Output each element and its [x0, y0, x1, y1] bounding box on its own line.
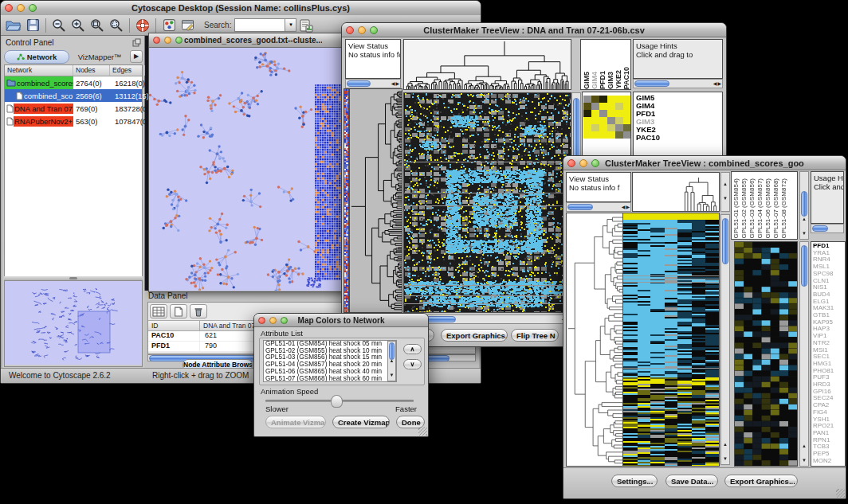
export-graphics--button[interactable]: Export Graphics... [724, 475, 798, 487]
search-combobox[interactable]: ▼ [234, 18, 296, 32]
vizmapper-button[interactable] [159, 18, 179, 33]
attribute-item[interactable]: GPL51-07 (GSM868) heat shock 60 min [265, 376, 396, 382]
column-header[interactable]: ID [148, 321, 200, 330]
move-up-button[interactable]: ∧ [403, 344, 422, 354]
tab-network[interactable]: Network [4, 50, 69, 64]
slower-label: Slower [265, 404, 289, 413]
column-label[interactable]: GPL51-07 (GSM868) [772, 178, 780, 239]
more-tabs-button[interactable]: ▶ [130, 50, 143, 63]
close-icon[interactable] [5, 4, 13, 12]
column-label[interactable]: GPL51-01 (GSM854) [732, 178, 740, 239]
column-label[interactable]: YKE2 [614, 70, 622, 89]
treeview2-titlebar[interactable]: ClusterMaker TreeView : combined_scores_… [563, 156, 846, 170]
zoom-window-icon[interactable] [175, 37, 183, 44]
column-label[interactable]: GPL51-03 (GSM856) [748, 178, 756, 239]
column-label[interactable]: GIM3 [607, 72, 614, 89]
column-label[interactable]: GIM4 [591, 72, 599, 89]
column-label[interactable]: GPL51-08 (GSM872) [780, 178, 788, 239]
tv2-hints-hscroll[interactable] [811, 224, 844, 233]
close-icon[interactable] [153, 37, 160, 44]
create-vizmap-button[interactable]: Create Vizmap [332, 416, 390, 428]
gene-label[interactable]: PAC10 [636, 134, 722, 142]
network-row[interactable]: combined_scores2764(0)16218(0) [5, 76, 142, 89]
network-frame-titlebar[interactable]: combined_scores_good.txt--cluste... [149, 33, 346, 48]
column-label[interactable]: PFD1 [599, 71, 607, 89]
close-icon[interactable] [346, 26, 354, 34]
zoom-window-icon[interactable] [29, 4, 37, 12]
zoom-window-icon[interactable] [281, 317, 288, 324]
zoom-out-button[interactable] [49, 18, 69, 33]
save-data--button[interactable]: Save Data... [665, 475, 718, 487]
attribute-table-button[interactable] [150, 304, 167, 318]
tv1-row-dendrogram[interactable] [349, 88, 402, 313]
zoom-window-icon[interactable] [370, 26, 378, 34]
zoom-window-icon[interactable] [591, 159, 599, 167]
tv2-vscroll[interactable]: ▲▼ [720, 214, 730, 465]
move-down-button[interactable]: ∨ [403, 359, 422, 369]
tv1-status-hscroll[interactable]: ◀▶ [345, 79, 401, 88]
network-canvas[interactable] [149, 48, 344, 291]
network-overview[interactable] [4, 280, 143, 367]
attribute-list-vscroll[interactable]: ▲▼ [387, 341, 396, 381]
float-panel-icon[interactable] [132, 36, 141, 50]
zoom-fit-button[interactable] [88, 18, 107, 33]
gene-label[interactable]: MON2 [813, 458, 845, 465]
zoom-in-button[interactable] [69, 18, 88, 33]
network-row[interactable]: RNAPuberNov2+563(0)107847(0) [5, 115, 142, 127]
animate-vizmap-button[interactable]: Animate Vizmap [265, 416, 326, 428]
column-header[interactable]: Nodes [73, 65, 110, 76]
flip-tree-n-button[interactable]: Flip Tree N [511, 329, 559, 342]
resize-grip[interactable] [836, 489, 845, 498]
minimize-icon[interactable] [579, 159, 587, 167]
minimize-icon[interactable] [358, 26, 366, 34]
close-icon[interactable] [567, 159, 575, 167]
column-label[interactable]: GIM5 [583, 72, 591, 89]
zoom-selected-button[interactable] [107, 18, 126, 33]
close-icon[interactable] [258, 317, 265, 324]
tv2-heatmap[interactable] [622, 213, 720, 467]
animation-speed-label: Animation Speed [261, 387, 318, 396]
network-name: combined_scores [16, 78, 73, 88]
tv2-status-hscroll[interactable]: ◀▶ [566, 202, 631, 212]
tv2-zoom-panel[interactable] [734, 241, 798, 467]
network-row[interactable]: DNA and Tran 07769(0)183728(0) [5, 102, 142, 115]
report-button[interactable] [296, 18, 316, 33]
column-label[interactable]: GPL51-04 (GSM857) [756, 178, 764, 239]
overview-canvas[interactable] [5, 281, 142, 365]
search-input[interactable] [234, 18, 285, 32]
annotation-button[interactable] [179, 18, 198, 33]
minimize-icon[interactable] [269, 317, 277, 324]
column-label[interactable]: PAC10 [622, 67, 630, 89]
tv1-heatmap[interactable] [403, 92, 571, 313]
tv2-genes-vscroll[interactable]: ▲▼ [799, 241, 809, 467]
new-attribute-button[interactable] [170, 304, 187, 318]
tv1-hints-hscroll[interactable]: ◀▶ [633, 79, 723, 88]
minimize-icon[interactable] [164, 37, 171, 44]
tv1-global-strip[interactable] [344, 88, 349, 313]
network-icon [17, 53, 25, 61]
tv2-top-vscroll[interactable]: ▲▼ [720, 172, 730, 212]
help-lifebuoy-button[interactable] [133, 18, 152, 33]
open-folder-button[interactable] [4, 18, 23, 33]
column-label[interactable]: GPL51-06 (GSM865) [764, 178, 772, 239]
settings--button[interactable]: Settings... [611, 475, 658, 487]
done-button[interactable]: Done [396, 416, 425, 428]
delete-attribute-button[interactable] [190, 304, 207, 318]
minimize-icon[interactable] [17, 4, 25, 12]
main-titlebar[interactable]: Cytoscape Desktop (Session Name: collins… [1, 1, 481, 16]
animation-slider-thumb[interactable] [331, 395, 343, 408]
dialog-titlebar[interactable]: Map Colors to Network [254, 314, 428, 327]
column-header[interactable]: Network [5, 65, 73, 76]
network-row[interactable]: combined_sco2569(6)13112(15) [5, 89, 142, 102]
treeview1-titlebar[interactable]: ClusterMaker TreeView : DNA and Tran 07-… [342, 23, 726, 37]
column-label[interactable]: GPL51-02 (GSM855) [740, 178, 748, 239]
column-header[interactable]: Edges [110, 65, 145, 76]
search-dropdown-icon[interactable]: ▼ [285, 18, 296, 32]
tv2-row-dendrogram[interactable] [566, 213, 623, 467]
tv2-labels-vscroll[interactable]: ▲▼ [799, 171, 809, 240]
export-graphics--button[interactable]: Export Graphics... [441, 329, 508, 342]
save-button[interactable] [23, 18, 42, 33]
tv2-column-dendrogram[interactable] [632, 172, 720, 212]
tv1-column-dendrogram[interactable] [403, 39, 571, 90]
tab-vizmapper[interactable]: VizMapper™ [71, 51, 128, 63]
